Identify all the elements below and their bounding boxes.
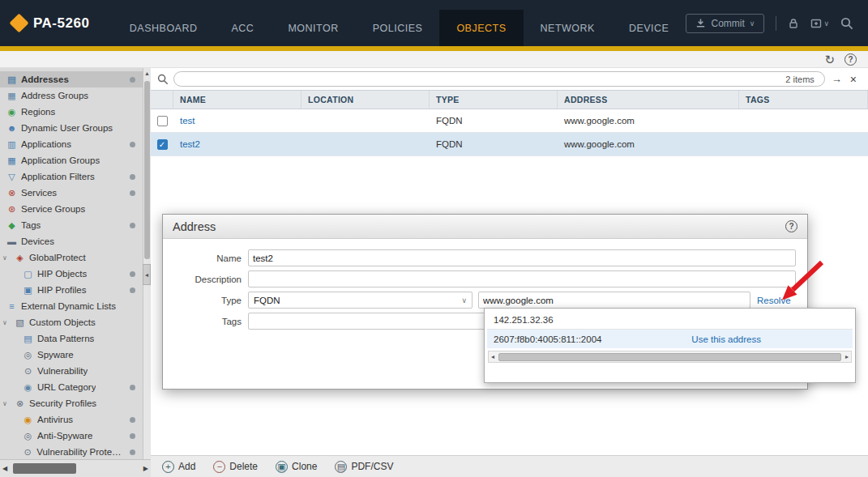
sidebar-item-globalprotect[interactable]: ∨ ◈ GlobalProtect bbox=[0, 249, 143, 266]
nav-right: Commit ∨ ∨ bbox=[686, 14, 868, 33]
content-dot-indicator bbox=[130, 287, 135, 293]
table-row[interactable]: test2 FQDN www.google.com bbox=[151, 133, 868, 156]
sidebar-item-application-filters[interactable]: ▽ Application Filters bbox=[0, 168, 143, 185]
sidebar-item-security-profiles[interactable]: ∨ ⊗ Security Profiles bbox=[0, 395, 143, 411]
brand: PA-5260 bbox=[0, 15, 100, 32]
sidebar-item-hip-profiles[interactable]: ▣ HIP Profiles bbox=[0, 282, 143, 298]
help-icon[interactable]: ? bbox=[844, 53, 857, 66]
address-name-link[interactable]: test2 bbox=[173, 139, 301, 149]
content-dot-indicator bbox=[130, 449, 135, 455]
sidebar-item-vulnerability[interactable]: ⊙ Vulnerability bbox=[0, 363, 143, 379]
data-patterns-icon: ▤ bbox=[23, 334, 33, 343]
pdf-csv-button[interactable]: ▤ PDF/CSV bbox=[335, 461, 393, 473]
nav-item-device[interactable]: DEVICE bbox=[612, 10, 686, 46]
cell-address: www.google.com bbox=[558, 116, 739, 126]
sidebar-item-data-patterns[interactable]: ▤ Data Patterns bbox=[0, 330, 143, 347]
sidebar-horizontal-scrollbar[interactable]: ◀ ▶ bbox=[0, 459, 151, 477]
clear-filter-icon[interactable]: × bbox=[850, 73, 857, 86]
sidebar-item-antivirus[interactable]: ◉ Antivirus bbox=[0, 411, 143, 428]
resolved-address: 142.251.32.36 bbox=[494, 315, 554, 325]
sidebar-item-application-groups[interactable]: ▦ Application Groups bbox=[0, 152, 143, 168]
table-row[interactable]: test FQDN www.google.com bbox=[151, 109, 868, 133]
add-button[interactable]: + Add bbox=[162, 461, 195, 473]
sidebar-item-devices[interactable]: ▬ Devices bbox=[0, 233, 143, 249]
sidebar-item-addresses[interactable]: ▤ Addresses bbox=[0, 71, 143, 87]
clone-icon: ▣ bbox=[276, 461, 288, 473]
sidebar-item-vulnerability-protection[interactable]: ⊙ Vulnerability Protection bbox=[0, 444, 143, 459]
pane-collapse-handle[interactable]: ◂ bbox=[143, 264, 151, 285]
sidebar-item-address-groups[interactable]: ▦ Address Groups bbox=[0, 87, 143, 104]
scroll-left-icon[interactable]: ◀ bbox=[0, 460, 10, 477]
dialog-help-icon[interactable]: ? bbox=[785, 220, 797, 232]
address-name-link[interactable]: test bbox=[173, 116, 301, 126]
scroll-left-icon[interactable]: ◂ bbox=[489, 353, 497, 360]
anti-spyware-icon: ◎ bbox=[23, 432, 33, 441]
nav-item-dashboard[interactable]: DASHBOARD bbox=[113, 10, 215, 46]
nav-item-acc[interactable]: ACC bbox=[215, 10, 272, 46]
column-header-name[interactable]: NAME bbox=[173, 91, 301, 109]
results-horizontal-scrollbar[interactable]: ◂ ▸ bbox=[488, 351, 852, 363]
scroll-right-icon[interactable]: ▶ bbox=[141, 460, 151, 477]
scrollbar-thumb[interactable] bbox=[498, 353, 841, 361]
clone-button[interactable]: ▣ Clone bbox=[276, 461, 317, 473]
nav-item-monitor[interactable]: MONITOR bbox=[271, 10, 355, 46]
resolved-address: 2607:f8b0:4005:811::2004 bbox=[494, 334, 601, 344]
refresh-icon[interactable]: ↻ bbox=[824, 53, 835, 66]
lock-icon[interactable] bbox=[788, 18, 799, 29]
row-checkbox[interactable] bbox=[157, 139, 168, 150]
type-select[interactable]: FQDN ∨ bbox=[248, 292, 472, 309]
object-filter-input[interactable]: 2 items bbox=[173, 71, 825, 87]
use-this-address-link[interactable]: Use this address bbox=[691, 334, 761, 344]
vulnerability-icon: ⊙ bbox=[23, 367, 33, 376]
sidebar-item-tags[interactable]: ◆ Tags bbox=[0, 217, 143, 233]
description-row: Description bbox=[163, 270, 807, 287]
content-dot-indicator bbox=[130, 433, 135, 439]
resolve-link[interactable]: Resolve bbox=[757, 296, 791, 305]
sidebar-item-custom-objects[interactable]: ∨ ▧ Custom Objects bbox=[0, 314, 143, 330]
chevron-down-icon[interactable]: ∨ bbox=[2, 254, 11, 262]
sidebar-item-spyware[interactable]: ◎ Spyware bbox=[0, 347, 143, 363]
custom-objects-icon: ▧ bbox=[15, 318, 25, 327]
sidebar-item-hip-objects[interactable]: ▢ HIP Objects bbox=[0, 266, 143, 282]
add-icon: + bbox=[162, 461, 174, 473]
apply-filter-icon[interactable]: → bbox=[832, 73, 842, 85]
scroll-up-icon[interactable]: ▲ bbox=[143, 68, 151, 76]
sidebar-item-service-groups[interactable]: ⊛ Service Groups bbox=[0, 201, 143, 217]
column-header-location[interactable]: LOCATION bbox=[301, 91, 430, 109]
nav-item-network[interactable]: NETWORK bbox=[524, 10, 612, 46]
chevron-down-icon[interactable]: ∨ bbox=[2, 319, 11, 326]
sidebar-item-anti-spyware[interactable]: ◎ Anti-Spyware bbox=[0, 428, 143, 444]
column-header-type[interactable]: TYPE bbox=[430, 91, 558, 109]
chevron-down-icon: ∨ bbox=[750, 19, 755, 28]
devices-icon: ▬ bbox=[6, 237, 17, 246]
sidebar-item-external-dynamic-lists[interactable]: ≡ External Dynamic Lists bbox=[0, 298, 143, 314]
chevron-down-icon: ∨ bbox=[823, 19, 829, 28]
chevron-down-icon[interactable]: ∨ bbox=[2, 400, 11, 407]
search-icon[interactable] bbox=[840, 17, 853, 30]
url-category-icon: ◉ bbox=[23, 383, 33, 392]
row-checkbox[interactable] bbox=[157, 116, 168, 126]
delete-button[interactable]: − Delete bbox=[213, 461, 258, 473]
commit-button[interactable]: Commit ∨ bbox=[686, 14, 764, 33]
sidebar-item-url-category[interactable]: ◉ URL Category bbox=[0, 379, 143, 395]
resolve-result-row[interactable]: 2607:f8b0:4005:811::2004 Use this addres… bbox=[487, 330, 853, 348]
sidebar-item-dynamic-user-groups[interactable]: ☻ Dynamic User Groups bbox=[0, 120, 143, 136]
resolve-result-row[interactable]: 142.251.32.36 bbox=[487, 311, 853, 330]
top-nav: PA-5260 DASHBOARDACCMONITORPOLICIESOBJEC… bbox=[0, 0, 868, 46]
sidebar-item-services[interactable]: ⊗ Services bbox=[0, 185, 143, 201]
scrollbar-thumb[interactable] bbox=[13, 463, 76, 474]
column-header-tags[interactable]: TAGS bbox=[739, 91, 868, 109]
sidebar-item-regions[interactable]: ◉ Regions bbox=[0, 104, 143, 120]
fqdn-input[interactable] bbox=[478, 292, 750, 309]
scrollbar-thumb[interactable] bbox=[144, 81, 150, 259]
device-state-icon[interactable]: ∨ bbox=[810, 18, 829, 29]
type-row: Type FQDN ∨ Resolve bbox=[163, 292, 807, 309]
description-input[interactable] bbox=[248, 270, 796, 287]
scroll-right-icon[interactable]: ▸ bbox=[843, 353, 851, 360]
nav-item-policies[interactable]: POLICIES bbox=[356, 10, 440, 46]
sidebar-item-applications[interactable]: ▥ Applications bbox=[0, 136, 143, 152]
resolve-results-panel: 142.251.32.36 2607:f8b0:4005:811::2004 U… bbox=[484, 308, 856, 383]
name-input[interactable] bbox=[248, 249, 796, 266]
column-header-address[interactable]: ADDRESS bbox=[558, 91, 739, 109]
nav-item-objects[interactable]: OBJECTS bbox=[439, 10, 523, 46]
